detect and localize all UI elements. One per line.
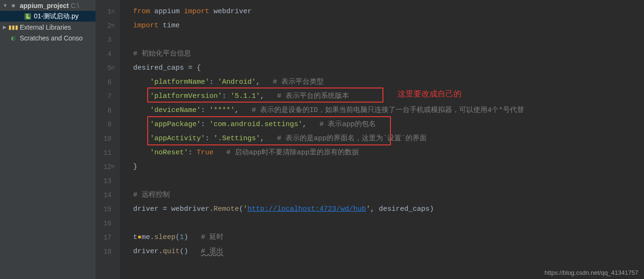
code-line: driver.quit() # 退出	[133, 245, 644, 259]
line-number: 10	[95, 132, 111, 146]
line-number: 18	[95, 245, 111, 259]
line-number: 9	[95, 118, 111, 132]
line-number: 2	[95, 19, 111, 33]
code-line: 'appActivity': '.Settings', # 表示的是app的界面…	[133, 132, 644, 146]
code-line: # 初始化平台信息	[133, 47, 644, 61]
expand-arrow-icon[interactable]: ▼	[3, 3, 8, 8]
external-libraries[interactable]: ▶ ▮▮▮ External Libraries	[0, 22, 95, 32]
folder-icon: ■	[9, 2, 17, 9]
annotation-text: 这里要改成自己的	[398, 88, 461, 99]
code-line: t●me.sleep(1) # 延时	[133, 231, 644, 245]
watermark: https://blog.csdn.net/qq_41341757	[545, 269, 639, 276]
line-number: 6	[95, 75, 111, 89]
code-area[interactable]: ⊟from appium import webdriver ⊟import ti…	[120, 0, 644, 279]
line-gutter: 1 2 3 4 5 6 7 8 9 10 11 12 13 14 15 16 1…	[95, 0, 120, 279]
project-sidebar: ▼ ■ appium_project C:\ 🐍 01-测试启动.py ▶ ▮▮…	[0, 0, 95, 279]
libraries-label: External Libraries	[20, 24, 71, 31]
code-line: ⊟desired_caps = {	[133, 61, 644, 75]
code-line: 'noReset': True # 启动app时不要清除app里的原有的数据	[133, 146, 644, 160]
line-number: 11	[95, 146, 111, 160]
line-number: 4	[95, 47, 111, 61]
project-name: appium_project	[20, 2, 69, 9]
line-number: 8	[95, 104, 111, 118]
code-line: 'deviceName': '****', # 表示的是设备的ID，如果当前电脑…	[133, 104, 644, 118]
line-number: 1	[95, 5, 111, 19]
project-path: C:\	[71, 2, 79, 9]
line-number: 15	[95, 202, 111, 216]
file-item[interactable]: 🐍 01-测试启动.py	[0, 11, 95, 22]
expand-arrow-icon[interactable]: ▶	[3, 24, 8, 30]
code-line	[133, 174, 644, 188]
line-number: 5	[95, 61, 111, 75]
code-line	[133, 33, 644, 47]
line-number: 12	[95, 160, 111, 174]
project-root[interactable]: ▼ ■ appium_project C:\	[0, 0, 95, 11]
code-line: 'appPackage': 'com.android.settings', # …	[133, 118, 644, 132]
python-file-icon: 🐍	[24, 13, 31, 20]
code-editor[interactable]: 1 2 3 4 5 6 7 8 9 10 11 12 13 14 15 16 1…	[95, 0, 644, 279]
line-number: 13	[95, 174, 111, 188]
code-line: 'platformName': 'Android', # 表示平台类型	[133, 75, 644, 89]
code-line	[133, 216, 644, 231]
line-number: 14	[95, 188, 111, 202]
code-line: driver = webdriver.Remote('http://localh…	[133, 202, 644, 216]
scratches[interactable]: ◐ Scratches and Conso	[0, 32, 95, 43]
library-icon: ▮▮▮	[9, 24, 17, 31]
code-line: # 远程控制	[133, 188, 644, 202]
code-line: ⊟from appium import webdriver	[133, 5, 644, 19]
intention-bulb-icon[interactable]: ●	[137, 233, 142, 241]
file-name: 01-测试启动.py	[34, 12, 79, 21]
code-line: ⊟import time	[133, 19, 644, 33]
code-line: 'platformVersion': '5.1.1', # 表示平台的系统版本	[133, 89, 644, 104]
scratches-label: Scratches and Conso	[20, 34, 83, 42]
line-number: 16	[95, 216, 111, 231]
line-number: 17	[95, 231, 111, 245]
line-number: 7	[95, 89, 111, 104]
code-line: ⊟}	[133, 160, 644, 174]
line-number: 3	[95, 33, 111, 47]
scratches-icon: ◐	[9, 34, 17, 42]
